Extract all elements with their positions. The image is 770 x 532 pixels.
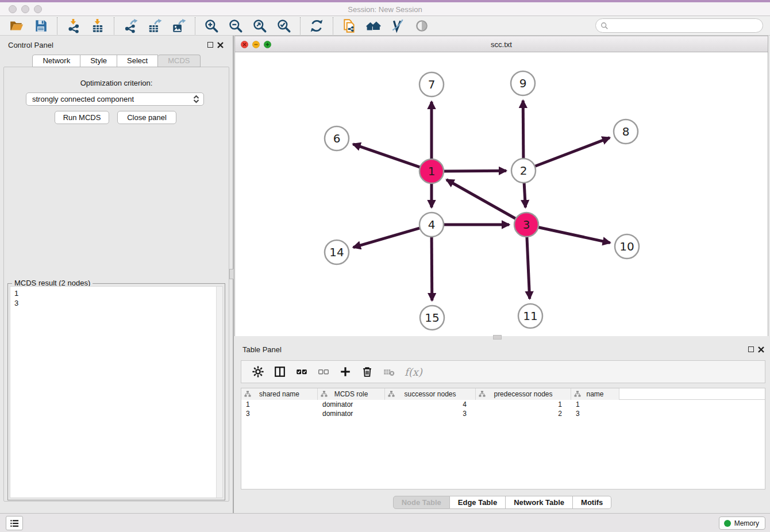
select-all-icon[interactable] <box>294 364 309 379</box>
column-sort-icon <box>388 391 395 398</box>
network-canvas[interactable]: 7968124314101511 <box>235 52 768 336</box>
column-sort-icon <box>321 391 328 398</box>
graph-edge-1-6[interactable] <box>353 144 420 167</box>
application-window: Session: New Session Control Panel <box>0 0 770 532</box>
add-icon[interactable] <box>338 364 353 379</box>
table-body: 1dominator4113dominator323 <box>241 400 765 418</box>
result-scrollbar[interactable] <box>216 287 222 498</box>
graph-node-label: 14 <box>329 245 344 259</box>
table-row[interactable]: 1dominator411 <box>241 400 765 409</box>
table-row[interactable]: 3dominator323 <box>241 409 765 418</box>
save-session-icon[interactable] <box>32 17 49 34</box>
column-header-name[interactable]: name <box>571 388 619 400</box>
tab-motifs[interactable]: Motifs <box>573 496 611 509</box>
close-panel-icon[interactable] <box>217 41 224 48</box>
close-panel-button[interactable]: Close panel <box>117 111 176 124</box>
table-tabs: Node TableEdge TableNetwork TableMotifs <box>234 496 770 509</box>
table-cell[interactable]: 3 <box>571 409 619 418</box>
tab-network[interactable]: Network <box>32 55 80 67</box>
delete-table-icon <box>382 364 396 379</box>
zoom-in-icon[interactable] <box>203 17 220 34</box>
table-cell[interactable]: 1 <box>241 400 318 409</box>
column-header-mcds-role[interactable]: MCDS role <box>318 388 385 400</box>
zoom-out-icon[interactable] <box>227 17 244 34</box>
table-cell[interactable]: dominator <box>318 400 385 409</box>
graph-node-label: 7 <box>428 78 436 91</box>
column-label: name <box>586 390 603 398</box>
network-window-titlebar[interactable]: scc.txt <box>235 36 768 52</box>
graph-edge-4-15[interactable] <box>432 237 432 300</box>
graph-edge-2-3[interactable] <box>524 183 525 207</box>
table-cell[interactable]: 2 <box>476 409 571 418</box>
optimization-select[interactable]: strongly connected component <box>26 92 204 106</box>
graph-edge-3-10[interactable] <box>538 228 610 243</box>
export-network-icon[interactable] <box>122 17 139 34</box>
clone-network-icon[interactable] <box>341 17 358 34</box>
task-history-button[interactable] <box>6 516 23 530</box>
table-cell[interactable]: 3 <box>385 409 476 418</box>
float-table-panel-icon[interactable] <box>748 346 754 352</box>
memory-button[interactable]: Memory <box>719 516 765 530</box>
tab-edge-table[interactable]: Edge Table <box>450 496 506 509</box>
status-bar: Memory <box>0 513 770 532</box>
table-cell[interactable]: 3 <box>241 409 318 418</box>
graph-edge-2-8[interactable] <box>535 138 610 167</box>
refresh-icon[interactable] <box>308 17 325 34</box>
import-network-icon[interactable] <box>65 17 82 34</box>
node-table[interactable]: shared nameMCDS rolesuccessor nodesprede… <box>241 388 765 489</box>
mcds-result-area[interactable]: 13 <box>10 286 223 498</box>
table-cell[interactable]: 4 <box>385 400 476 409</box>
column-header-predecessor-nodes[interactable]: predecessor nodes <box>476 388 571 400</box>
vertical-splitter-grip[interactable] <box>229 269 234 279</box>
home-icon[interactable] <box>365 17 382 34</box>
tab-style[interactable]: Style <box>80 55 117 67</box>
deselect-all-icon[interactable] <box>316 364 331 379</box>
horizontal-splitter-grip[interactable] <box>493 335 502 340</box>
graph-edge-1-2[interactable] <box>444 171 506 171</box>
tab-node-table[interactable]: Node Table <box>393 496 450 509</box>
mcds-panel: Optimization criterion: strongly connect… <box>3 67 229 502</box>
tab-select[interactable]: Select <box>117 55 158 67</box>
table-cell[interactable]: 1 <box>571 400 619 409</box>
run-mcds-button[interactable]: Run MCDS <box>55 111 109 124</box>
search-icon <box>600 22 609 30</box>
close-table-panel-icon[interactable] <box>757 345 765 353</box>
memory-label: Memory <box>734 519 759 527</box>
graph-edge-2-9[interactable] <box>523 101 523 159</box>
toolbar-separator <box>114 17 114 34</box>
columns-icon[interactable] <box>272 364 287 379</box>
graph-node-label: 11 <box>523 309 537 323</box>
optimization-label: Optimization criterion: <box>4 79 229 87</box>
table-toolbar: f(x) <box>241 360 765 383</box>
graph-edge-3-1[interactable] <box>446 180 516 219</box>
vizmapper-icon[interactable] <box>389 17 406 34</box>
graph-edge-3-11[interactable] <box>527 237 530 299</box>
graph-node-label: 1 <box>428 164 436 178</box>
tab-mcds[interactable]: MCDS <box>158 55 200 67</box>
tab-network-table[interactable]: Network Table <box>506 496 573 509</box>
control-panel: Control Panel NetworkStyleSelectMCDS Opt… <box>0 36 233 513</box>
search-input[interactable] <box>609 19 763 32</box>
open-session-icon[interactable] <box>8 17 25 34</box>
search-box[interactable] <box>595 18 763 33</box>
export-image-icon[interactable] <box>170 17 187 34</box>
result-line: 1 <box>14 288 218 298</box>
column-sort-icon <box>244 391 251 398</box>
delete-icon[interactable] <box>360 364 375 379</box>
float-panel-icon[interactable] <box>207 42 213 48</box>
import-table-icon[interactable] <box>89 17 106 34</box>
column-header-successor-nodes[interactable]: successor nodes <box>385 388 476 400</box>
table-cell[interactable]: dominator <box>318 409 385 418</box>
table-cell[interactable]: 1 <box>476 400 571 409</box>
network-window-title: scc.txt <box>235 40 768 49</box>
zoom-fit-icon[interactable] <box>251 17 268 34</box>
network-graph[interactable]: 7968124314101511 <box>235 52 768 336</box>
export-table-icon[interactable] <box>146 17 163 34</box>
gear-icon[interactable] <box>251 364 265 379</box>
zoom-selected-icon[interactable] <box>275 17 292 34</box>
column-header-shared-name[interactable]: shared name <box>241 388 318 400</box>
graph-edge-4-14[interactable] <box>353 228 420 248</box>
table-panel: Table Panel f(x) shared nameMCDS rolesuc… <box>234 340 770 513</box>
graph-node-label: 4 <box>428 218 436 232</box>
graph-node-label: 8 <box>622 125 630 138</box>
